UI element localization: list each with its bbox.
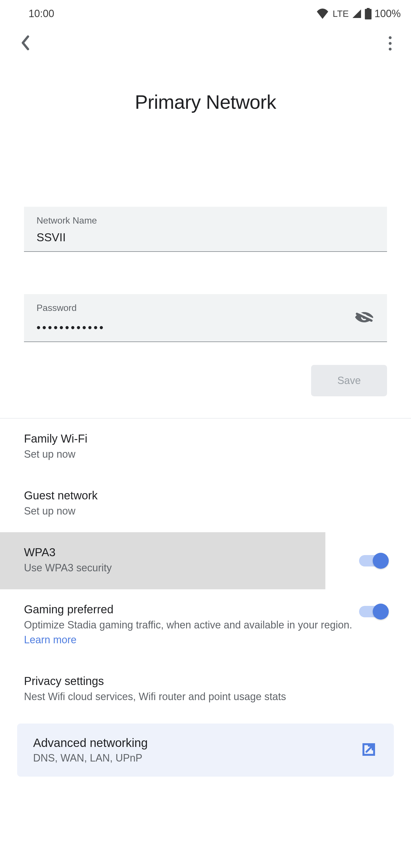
dot-icon xyxy=(389,42,391,45)
guest-network-item[interactable]: Guest network Set up now xyxy=(24,475,387,532)
family-wifi-sub: Set up now xyxy=(24,447,387,462)
privacy-title: Privacy settings xyxy=(24,675,387,687)
network-name-label: Network Name xyxy=(36,215,375,226)
signal-icon xyxy=(352,8,362,19)
password-label: Password xyxy=(36,303,375,313)
chevron-left-icon xyxy=(20,35,30,51)
toggle-password-visibility-button[interactable] xyxy=(354,309,375,327)
family-wifi-title: Family Wi-Fi xyxy=(24,432,387,445)
family-wifi-item[interactable]: Family Wi-Fi Set up now xyxy=(24,418,387,475)
status-indicators: LTE 100% xyxy=(316,8,401,20)
gaming-preferred-item[interactable]: Gaming preferred Optimize Stadia gaming … xyxy=(24,589,387,661)
password-field[interactable]: Password •••••••••••• xyxy=(24,294,387,342)
wifi-icon xyxy=(316,8,329,19)
status-bar: 10:00 LTE 100% xyxy=(0,0,411,27)
gaming-title: Gaming preferred xyxy=(24,603,352,616)
network-name-value: SSVII xyxy=(36,231,375,244)
advanced-title: Advanced networking xyxy=(33,736,148,750)
gaming-sub: Optimize Stadia gaming traffic, when act… xyxy=(24,618,352,647)
wpa3-title: WPA3 xyxy=(24,546,352,559)
battery-icon xyxy=(365,8,372,20)
back-button[interactable] xyxy=(20,35,30,52)
privacy-sub: Nest Wifi cloud services, Wifi router an… xyxy=(24,689,387,704)
gaming-toggle[interactable] xyxy=(359,606,387,617)
page-title: Primary Network xyxy=(0,91,411,113)
gaming-learn-more-link[interactable]: Learn more xyxy=(24,634,76,646)
password-value: •••••••••••• xyxy=(36,318,375,334)
overflow-menu-button[interactable] xyxy=(386,34,394,53)
app-bar xyxy=(0,27,411,59)
advanced-networking-card[interactable]: Advanced networking DNS, WAN, LAN, UPnP xyxy=(17,723,394,777)
lte-label: LTE xyxy=(333,8,349,19)
dot-icon xyxy=(389,36,391,39)
wpa3-toggle[interactable] xyxy=(359,555,387,566)
open-external-icon xyxy=(360,740,378,760)
advanced-sub: DNS, WAN, LAN, UPnP xyxy=(33,752,148,764)
gaming-sub-text: Optimize Stadia gaming traffic, when act… xyxy=(24,619,352,631)
dot-icon xyxy=(389,48,391,51)
wpa3-item[interactable]: WPA3 Use WPA3 security xyxy=(24,532,387,589)
guest-network-title: Guest network xyxy=(24,489,387,502)
guest-network-sub: Set up now xyxy=(24,504,387,519)
wpa3-sub: Use WPA3 security xyxy=(24,560,352,575)
privacy-settings-item[interactable]: Privacy settings Nest Wifi cloud service… xyxy=(24,661,387,718)
save-button[interactable]: Save xyxy=(311,365,387,396)
battery-label: 100% xyxy=(375,8,401,20)
status-time: 10:00 xyxy=(29,8,54,20)
eye-off-icon xyxy=(354,309,375,325)
network-name-field[interactable]: Network Name SSVII xyxy=(24,207,387,252)
